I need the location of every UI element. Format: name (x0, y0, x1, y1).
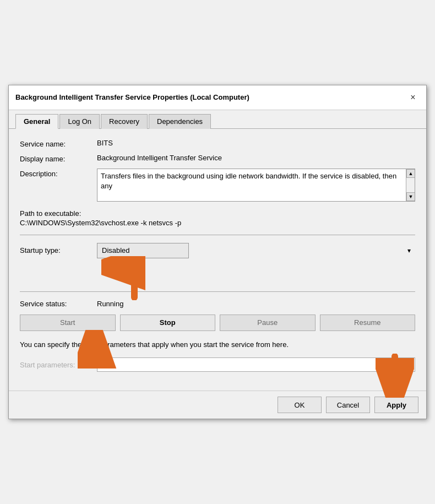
tab-bar: General Log On Recovery Dependencies (9, 110, 426, 129)
tab-content: Service name: BITS Display name: Backgro… (9, 129, 426, 391)
tab-logon[interactable]: Log On (59, 114, 100, 129)
startup-type-label: Startup type: (20, 246, 97, 254)
display-name-value: Background Intelligent Transfer Service (97, 154, 415, 162)
pause-button[interactable]: Pause (220, 315, 316, 331)
startup-type-row: Startup type: Automatic Automatic (Delay… (20, 243, 415, 258)
description-label: Description: (20, 169, 97, 178)
service-name-value: BITS (97, 139, 415, 147)
path-value: C:\WINDOWS\System32\svchost.exe -k netsv… (20, 219, 415, 227)
display-name-row: Display name: Background Intelligent Tra… (20, 154, 415, 163)
start-params-input[interactable] (97, 357, 415, 372)
path-label: Path to executable: (20, 209, 415, 218)
description-row: Description: Transfers files in the back… (20, 169, 415, 202)
tab-recovery[interactable]: Recovery (101, 114, 148, 129)
service-name-row: Service name: BITS (20, 139, 415, 148)
service-status-row: Service status: Running (20, 300, 415, 308)
display-name-label: Display name: (20, 154, 97, 163)
resume-button[interactable]: Resume (320, 315, 416, 331)
service-status-value: Running (97, 300, 123, 308)
service-control-buttons: Start Stop Pause Resume (20, 315, 415, 331)
service-status-label: Service status: (20, 300, 97, 308)
start-params-row: Start parameters: (20, 357, 415, 372)
properties-dialog: Background Intelligent Transfer Service … (8, 85, 427, 419)
arrow-to-apply (376, 354, 414, 398)
close-button[interactable]: × (406, 91, 420, 104)
tab-general[interactable]: General (15, 114, 58, 129)
stop-button[interactable]: Stop (120, 315, 216, 331)
description-box[interactable]: Transfers files in the background using … (97, 169, 415, 202)
title-bar: Background Intelligent Transfer Service … (9, 85, 426, 110)
startup-type-wrapper: Automatic Automatic (Delayed Start) Manu… (97, 243, 415, 258)
description-scrollbar[interactable]: ▲ ▼ (406, 169, 415, 201)
hint-text: You can specify the start parameters tha… (20, 340, 415, 350)
separator-2 (20, 291, 415, 292)
service-name-label: Service name: (20, 139, 97, 148)
description-text: Transfers files in the background using … (101, 171, 411, 191)
scroll-up-btn[interactable]: ▲ (406, 169, 415, 178)
apply-button[interactable]: Apply (374, 397, 418, 413)
separator-1 (20, 235, 415, 235)
arrow-to-dropdown (101, 256, 151, 300)
dialog-title: Background Intelligent Transfer Service … (15, 93, 249, 101)
ok-button[interactable]: OK (278, 397, 322, 413)
footer: OK Cancel Apply (9, 391, 426, 419)
cancel-button[interactable]: Cancel (326, 397, 370, 413)
scroll-down-btn[interactable]: ▼ (406, 192, 415, 201)
path-section: Path to executable: C:\WINDOWS\System32\… (20, 209, 415, 227)
startup-type-select[interactable]: Automatic Automatic (Delayed Start) Manu… (97, 243, 189, 258)
tab-dependencies[interactable]: Dependencies (149, 114, 211, 129)
start-button[interactable]: Start (20, 315, 116, 331)
start-params-label: Start parameters: (20, 361, 97, 369)
